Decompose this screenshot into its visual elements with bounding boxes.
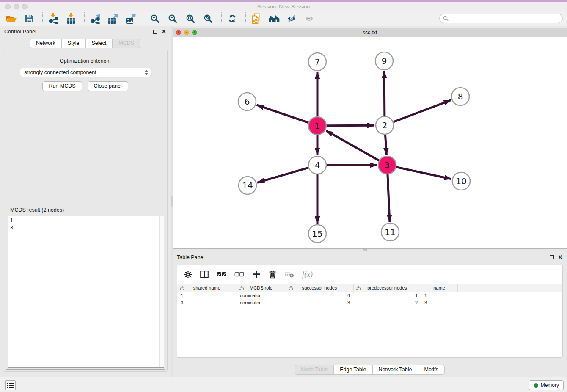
graph-node-15[interactable]: 15 xyxy=(308,225,326,243)
graph-edge-3-10[interactable] xyxy=(396,167,451,179)
tab-edge-table[interactable]: Edge Table xyxy=(333,365,372,375)
column-header-successor-nodes[interactable]: successor nodes xyxy=(286,284,353,292)
tab-network-table[interactable]: Network Table xyxy=(372,365,418,375)
export-network-button[interactable] xyxy=(89,13,102,25)
export-image-button[interactable] xyxy=(124,13,137,25)
deselect-all-button[interactable] xyxy=(234,271,244,277)
function-builder-button[interactable]: f(x) xyxy=(302,270,313,279)
memory-button[interactable]: Memory xyxy=(529,380,564,390)
add-column-button[interactable] xyxy=(252,270,261,279)
svg-text:11: 11 xyxy=(385,227,395,237)
clone-network-button[interactable] xyxy=(250,13,263,25)
table-row[interactable]: 3dominator323 xyxy=(177,299,562,306)
close-panel-icon[interactable]: ✕ xyxy=(162,30,166,34)
float-panel-icon[interactable] xyxy=(550,255,554,259)
graph-node-4[interactable]: 4 xyxy=(308,156,326,174)
tab-style[interactable]: Style xyxy=(61,39,86,48)
table-cell[interactable]: 3 xyxy=(177,299,237,306)
graph-node-8[interactable]: 8 xyxy=(451,88,469,105)
first-neighbors-button[interactable] xyxy=(268,13,281,25)
float-panel-icon[interactable] xyxy=(153,30,157,34)
column-header-mcds-role[interactable]: MCDS role xyxy=(237,284,286,292)
graph-node-11[interactable]: 11 xyxy=(381,223,399,241)
table-cell[interactable]: 1 xyxy=(353,292,421,299)
table-cell[interactable]: 1 xyxy=(177,292,237,299)
table-mode-button[interactable] xyxy=(184,271,192,279)
network-view-window: × − + scc.txt 1234678910111415 xyxy=(173,28,567,249)
tab-motifs[interactable]: Motifs xyxy=(418,365,444,375)
delete-table-button[interactable] xyxy=(284,271,294,278)
delete-column-button[interactable] xyxy=(269,270,276,279)
task-history-button[interactable] xyxy=(5,380,16,390)
table-cell[interactable]: 1 xyxy=(421,292,457,299)
hide-selected-button[interactable] xyxy=(286,13,298,25)
close-panel-button[interactable]: Close panel xyxy=(88,81,128,91)
run-mcds-button[interactable]: Run MCDS xyxy=(42,81,82,91)
graph-edge-4-14[interactable] xyxy=(257,168,308,182)
open-session-button[interactable] xyxy=(5,13,18,25)
svg-text:9: 9 xyxy=(382,56,387,66)
tab-select[interactable]: Select xyxy=(85,39,113,48)
graph-node-7[interactable]: 7 xyxy=(308,53,326,71)
open-folder-icon xyxy=(6,14,17,23)
splitter-handle[interactable] xyxy=(363,249,367,251)
table-cell[interactable]: 3 xyxy=(421,299,457,306)
node-table: shared name MCDS role successor nodes pr… xyxy=(177,284,562,306)
result-scrollbar[interactable] xyxy=(159,216,164,367)
svg-text:6: 6 xyxy=(245,97,250,107)
column-header-shared-name[interactable]: shared name xyxy=(177,284,237,292)
tab-node-table[interactable]: Node Table xyxy=(295,365,334,375)
graph-edge-2-9[interactable] xyxy=(384,71,385,116)
graph-edge-1-2[interactable] xyxy=(327,125,374,126)
select-all-button[interactable] xyxy=(217,271,226,277)
graph-node-6[interactable]: 6 xyxy=(238,93,256,110)
graph-edge-3-11[interactable] xyxy=(388,174,390,222)
graph-edge-3-1[interactable] xyxy=(326,131,379,160)
show-columns-button[interactable] xyxy=(200,271,209,278)
app-titlebar: Session: New Session xyxy=(0,2,567,11)
tab-network[interactable]: Network xyxy=(30,39,62,48)
search-box[interactable] xyxy=(439,14,563,23)
export-image-icon xyxy=(125,13,136,24)
network-graph[interactable]: 1234678910111415 xyxy=(173,37,567,248)
graph-edge-2-3[interactable] xyxy=(385,135,386,155)
graph-node-3[interactable]: 3 xyxy=(378,156,396,174)
table-cell[interactable]: 4 xyxy=(286,292,353,299)
save-session-button[interactable] xyxy=(23,13,36,25)
table-cell[interactable]: 2 xyxy=(353,299,421,306)
import-network-button[interactable] xyxy=(47,13,60,25)
horizontal-splitter[interactable] xyxy=(173,249,567,252)
export-table-button[interactable] xyxy=(107,13,119,25)
graph-edge-2-8[interactable] xyxy=(394,100,451,122)
zoom-fit-button[interactable] xyxy=(184,13,197,25)
import-table-button[interactable] xyxy=(65,13,77,25)
graph-node-9[interactable]: 9 xyxy=(375,52,393,70)
column-header-name[interactable]: name xyxy=(421,284,457,292)
graph-node-2[interactable]: 2 xyxy=(376,116,394,134)
table-header-row: shared name MCDS role successor nodes pr… xyxy=(177,284,562,292)
network-window-titlebar[interactable]: × − + scc.txt xyxy=(173,28,567,37)
graph-edge-1-6[interactable] xyxy=(257,105,308,123)
mcds-result-title: MCDS result (2 nodes) xyxy=(8,207,66,213)
zoom-selected-button[interactable] xyxy=(202,13,215,25)
graph-node-14[interactable]: 14 xyxy=(239,177,256,194)
apply-layout-button[interactable] xyxy=(226,13,239,25)
column-header-predecessor-nodes[interactable]: predecessor nodes xyxy=(353,284,421,292)
tab-mcds[interactable]: MCDS xyxy=(112,39,140,48)
toolbar-separator xyxy=(144,12,144,25)
criterion-dropdown[interactable]: strongly connected component xyxy=(20,68,151,77)
zoom-out-button[interactable] xyxy=(166,13,179,25)
mcds-result-text[interactable]: 1 3 xyxy=(8,216,159,367)
table-cell[interactable]: dominator xyxy=(237,292,286,299)
table-cell[interactable]: 3 xyxy=(286,299,353,306)
search-input[interactable] xyxy=(451,15,562,22)
show-all-button[interactable] xyxy=(303,13,316,25)
table-row[interactable]: 1dominator411 xyxy=(177,292,562,299)
graph-node-10[interactable]: 10 xyxy=(452,172,470,190)
graph-node-1[interactable]: 1 xyxy=(308,117,326,135)
table-cell[interactable]: dominator xyxy=(237,299,286,306)
svg-text:1: 1 xyxy=(315,121,320,131)
select-all-icon xyxy=(217,271,226,277)
close-panel-icon[interactable]: ✕ xyxy=(558,255,563,259)
zoom-in-button[interactable] xyxy=(149,13,161,25)
